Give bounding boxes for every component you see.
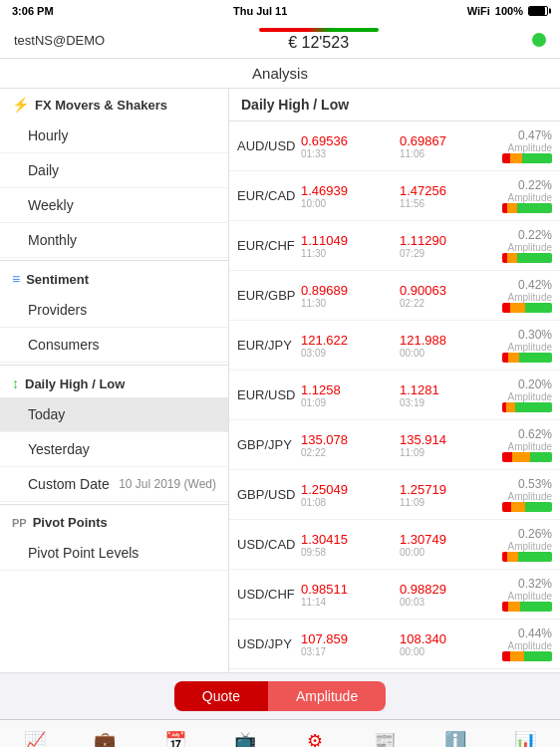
pair-row[interactable]: GBP/JPY 135.078 02:22 135.914 11:09 0.62…: [229, 420, 560, 470]
tab-news[interactable]: 📰 News: [350, 726, 420, 747]
pair-pct: 0.32%: [514, 577, 552, 591]
pair-row[interactable]: USD/JPY 107.859 03:17 108.340 00:00 0.44…: [229, 620, 560, 669]
connection-status-dot: [532, 33, 546, 47]
pair-low-time: 11:30: [301, 298, 394, 309]
pair-high-value: 135.914: [400, 432, 492, 447]
pair-right: 0.42% Amplitude: [492, 278, 552, 313]
pair-values: 0.98511 11:14 0.98829 00:03: [301, 582, 492, 608]
pair-name: EUR/USD: [237, 387, 301, 402]
tab-analysis[interactable]: ⚙ Analysis: [280, 726, 350, 747]
tab-portfolio[interactable]: 💼 Portfolio: [70, 726, 140, 747]
sidebar-item-providers[interactable]: Providers: [0, 293, 228, 328]
amp-red-segment: [502, 303, 510, 313]
tab-reports[interactable]: 📊 Reports: [490, 726, 560, 747]
status-right: WiFi 100%: [467, 5, 548, 17]
pair-name: GBP/JPY: [237, 437, 301, 452]
account-name: testNS@DEMO: [14, 33, 105, 48]
status-day: Thu Jul 11: [233, 5, 287, 17]
pair-high-value: 1.47256: [400, 183, 492, 198]
amplitude-bar: [502, 452, 552, 462]
pair-low-value: 1.1258: [301, 382, 394, 397]
amplitude-bar: [502, 552, 552, 562]
amp-yellow-segment: [510, 153, 523, 163]
pair-high-value: 1.11290: [400, 233, 492, 248]
pair-low-time: 11:14: [301, 597, 394, 608]
sidebar-section-daily-hl: ↕ Daily High / Low: [0, 368, 228, 397]
tab-info[interactable]: ℹ️ Info: [420, 726, 490, 747]
toggle-amplitude-button[interactable]: Amplitude: [268, 681, 386, 711]
daily-hl-icon: ↕: [12, 375, 19, 391]
pair-row[interactable]: USD/CAD 1.30415 09:58 1.30749 00:00 0.26…: [229, 520, 560, 570]
pair-high-time: 07:29: [400, 248, 492, 259]
pair-high-block: 1.47256 11:56: [400, 183, 492, 209]
pair-values: 1.46939 10:00 1.47256 11:56: [301, 183, 492, 209]
sidebar-item-custom-date[interactable]: Custom Date 10 Jul 2019 (Wed): [0, 467, 228, 502]
sidebar-item-pivot-levels[interactable]: Pivot Point Levels: [0, 536, 228, 571]
sidebar-item-today[interactable]: Today: [0, 397, 228, 432]
pair-high-value: 1.30749: [400, 532, 492, 547]
pair-low-value: 1.46939: [301, 183, 394, 198]
amplitude-bar-container: [502, 253, 552, 263]
pair-row[interactable]: EUR/USD 1.1258 01:09 1.1281 03:19 0.20% …: [229, 371, 560, 420]
pair-pct: 0.30%: [514, 328, 552, 342]
pair-row[interactable]: AUD/USD 0.69536 01:33 0.69867 11:06 0.47…: [229, 122, 560, 171]
amplitude-bar-container: [502, 502, 552, 512]
account-bar: testNS@DEMO € 12'523: [0, 22, 560, 59]
divider-2: [0, 365, 228, 366]
pair-high-time: 11:56: [400, 198, 492, 209]
pair-right: 0.20% Amplitude: [492, 377, 552, 412]
toggle-quote-button[interactable]: Quote: [174, 681, 268, 711]
sidebar-item-hourly[interactable]: Hourly: [0, 119, 228, 153]
sidebar-item-monthly[interactable]: Monthly: [0, 223, 228, 258]
pair-high-time: 11:09: [400, 447, 492, 458]
sidebar-item-consumers[interactable]: Consumers: [0, 328, 228, 363]
pair-name: AUD/USD: [237, 138, 301, 153]
pair-name: USD/CHF: [237, 587, 301, 602]
pair-low-value: 1.30415: [301, 532, 394, 547]
pair-low-block: 135.078 02:22: [301, 432, 394, 458]
pair-low-block: 1.30415 09:58: [301, 532, 394, 558]
pair-row[interactable]: EUR/JPY 121.622 03:09 121.988 00:00 0.30…: [229, 321, 560, 371]
amplitude-bar-container: [502, 602, 552, 612]
pair-row[interactable]: EUR/CHF 1.11049 11:30 1.11290 07:29 0.22…: [229, 221, 560, 271]
pair-low-value: 107.859: [301, 631, 394, 646]
pair-high-block: 108.340 00:00: [400, 631, 492, 657]
pair-right: 0.30% Amplitude: [492, 328, 552, 363]
pair-values: 0.89689 11:30 0.90063 02:22: [301, 283, 492, 309]
pair-high-value: 1.25719: [400, 482, 492, 497]
section-title: Analysis: [0, 59, 560, 89]
pair-amp-label: Amplitude: [508, 441, 552, 452]
sidebar-item-weekly[interactable]: Weekly: [0, 188, 228, 223]
sidebar-section-fx-movers: ⚡ FX Movers & Shakers: [0, 89, 228, 119]
pairs-list: AUD/USD 0.69536 01:33 0.69867 11:06 0.47…: [229, 122, 560, 669]
sidebar-item-yesterday[interactable]: Yesterday: [0, 432, 228, 467]
tab-forex-tv[interactable]: 📺 Forex TV: [210, 726, 280, 747]
sidebar-section-pivot: PP Pivot Points: [0, 507, 228, 536]
pair-amp-label: Amplitude: [508, 342, 552, 353]
tab-trade[interactable]: 📈 Trade: [0, 726, 70, 747]
amplitude-bar: [502, 651, 552, 661]
pair-low-time: 03:17: [301, 646, 394, 657]
divider-3: [0, 504, 228, 505]
pair-right: 0.22% Amplitude: [492, 228, 552, 263]
amp-green-segment: [524, 651, 553, 661]
pair-right: 0.47% Amplitude: [492, 128, 552, 163]
pair-row[interactable]: EUR/CAD 1.46939 10:00 1.47256 11:56 0.22…: [229, 171, 560, 221]
amplitude-bar: [502, 153, 552, 163]
pair-values: 1.25049 01:08 1.25719 11:09: [301, 482, 492, 508]
pair-values: 0.69536 01:33 0.69867 11:06: [301, 133, 492, 159]
tab-calendars[interactable]: 📅 Calendars: [140, 726, 210, 747]
pair-pct: 0.62%: [514, 427, 552, 441]
amp-green-segment: [518, 552, 552, 562]
amp-red-segment: [502, 502, 511, 512]
pair-row[interactable]: GBP/USD 1.25049 01:08 1.25719 11:09 0.53…: [229, 470, 560, 520]
pair-row[interactable]: EUR/GBP 0.89689 11:30 0.90063 02:22 0.42…: [229, 271, 560, 321]
amp-green-segment: [525, 502, 552, 512]
pair-low-value: 1.11049: [301, 233, 394, 248]
calendars-icon: 📅: [164, 730, 186, 747]
amplitude-bar-container: [502, 452, 552, 462]
sidebar-item-daily[interactable]: Daily: [0, 153, 228, 188]
amp-green-segment: [520, 602, 552, 612]
wifi-icon: WiFi: [467, 5, 490, 17]
pair-row[interactable]: USD/CHF 0.98511 11:14 0.98829 00:03 0.32…: [229, 570, 560, 620]
